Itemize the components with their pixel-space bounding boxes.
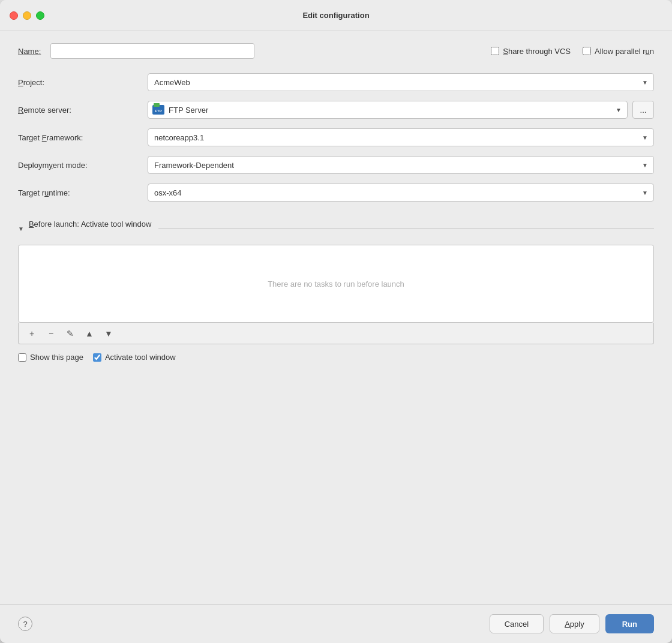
tasks-empty-label: There are no tasks to run before launch	[268, 280, 404, 289]
edit-task-button[interactable]: ✎	[62, 326, 79, 341]
activate-window-checkbox[interactable]	[93, 353, 101, 362]
project-select[interactable]: AcmeWeb	[148, 73, 654, 91]
remote-server-ellipsis-button[interactable]: ...	[632, 101, 654, 119]
target-framework-select-wrapper: netcoreapp3.1 ▼	[148, 128, 654, 146]
ellipsis-label: ...	[640, 106, 647, 115]
target-runtime-label: Target runtime:	[18, 188, 138, 197]
allow-parallel-item: Allow parallel run	[583, 47, 654, 56]
window-controls	[10, 11, 44, 20]
project-label: Project:	[18, 78, 138, 87]
footer-buttons: Cancel Apply Run	[490, 614, 654, 633]
project-row: Project: AcmeWeb ▼	[18, 73, 654, 91]
titlebar: Edit configuration	[0, 0, 672, 31]
show-page-item: Show this page	[18, 353, 83, 362]
tasks-toolbar: + − ✎ ▲ ▼	[18, 323, 654, 344]
deployment-mode-select-wrapper: Framework-Dependent ▼	[148, 156, 654, 174]
remote-server-select[interactable]: FTP Server	[148, 101, 628, 119]
close-button[interactable]	[10, 11, 18, 20]
remote-server-row: Remote server: FTP FTP Server ▼	[18, 101, 654, 119]
deployment-mode-select[interactable]: Framework-Dependent	[148, 156, 654, 174]
add-icon: +	[29, 329, 34, 338]
name-label: Name:	[18, 47, 41, 56]
dialog-footer: ? Cancel Apply Run	[0, 604, 672, 643]
minimize-button[interactable]	[23, 11, 31, 20]
allow-parallel-label: Allow parallel run	[595, 47, 654, 56]
dialog-content: Name: Publish to custom server Share thr…	[0, 31, 672, 604]
remote-server-wrapper: FTP FTP Server ▼ ...	[148, 101, 654, 119]
edit-configuration-dialog: Edit configuration Name: Publish to cust…	[0, 0, 672, 643]
target-runtime-select[interactable]: osx-x64	[148, 184, 654, 202]
apply-underline: A	[565, 620, 570, 629]
help-icon: ?	[23, 620, 27, 629]
project-select-wrapper: AcmeWeb ▼	[148, 73, 654, 91]
target-framework-label: Target Framework:	[18, 133, 138, 142]
before-launch-separator	[158, 229, 654, 229]
activate-window-label: Activate tool window	[105, 353, 176, 362]
launch-options: Show this page Activate tool window	[18, 353, 654, 362]
maximize-button[interactable]	[36, 11, 44, 20]
ftp-icon-wrap: FTP	[152, 105, 164, 115]
remote-server-label: Remote server:	[18, 106, 138, 115]
name-row: Name: Publish to custom server Share thr…	[18, 43, 654, 59]
before-launch-chevron[interactable]: ▼	[18, 226, 24, 232]
run-button[interactable]: Run	[605, 614, 654, 633]
move-up-button[interactable]: ▲	[81, 326, 98, 341]
show-page-checkbox[interactable]	[18, 353, 26, 362]
name-input[interactable]: Publish to custom server	[50, 43, 254, 59]
deployment-mode-label: Deploymyent mode:	[18, 161, 138, 170]
apply-button[interactable]: Apply	[550, 614, 599, 633]
before-launch-header: ▼ Before launch: Activate tool window	[18, 220, 654, 238]
cancel-button[interactable]: Cancel	[490, 614, 544, 633]
before-launch-title: Before launch: Activate tool window	[29, 220, 154, 238]
share-vcs-label: Share through VCS	[503, 47, 571, 56]
target-runtime-row: Target runtime: osx-x64 ▼	[18, 184, 654, 202]
remove-icon: −	[49, 329, 53, 338]
form-section: Project: AcmeWeb ▼ Remote server:	[18, 73, 654, 202]
allow-parallel-checkbox[interactable]	[583, 47, 591, 55]
show-page-label: Show this page	[30, 353, 83, 362]
remove-task-button[interactable]: −	[43, 326, 59, 341]
tasks-area: There are no tasks to run before launch	[18, 245, 654, 323]
add-task-button[interactable]: +	[23, 326, 40, 341]
target-framework-row: Target Framework: netcoreapp3.1 ▼	[18, 128, 654, 146]
target-runtime-select-wrapper: osx-x64 ▼	[148, 184, 654, 202]
dialog-title: Edit configuration	[302, 11, 369, 20]
share-vcs-item: Share through VCS	[491, 47, 571, 56]
activate-window-item: Activate tool window	[93, 353, 176, 362]
edit-icon: ✎	[67, 329, 74, 338]
remote-select-inner: FTP FTP Server ▼	[148, 101, 628, 119]
target-framework-select[interactable]: netcoreapp3.1	[148, 128, 654, 146]
before-launch-section: ▼ Before launch: Activate tool window Th…	[18, 220, 654, 371]
deployment-mode-row: Deploymyent mode: Framework-Dependent ▼	[18, 156, 654, 174]
header-checkboxes: Share through VCS Allow parallel run	[491, 47, 654, 56]
help-button[interactable]: ?	[18, 617, 32, 631]
ftp-icon: FTP	[152, 105, 164, 115]
down-icon: ▼	[104, 329, 113, 338]
move-down-button[interactable]: ▼	[100, 326, 117, 341]
share-vcs-checkbox[interactable]	[491, 47, 499, 55]
up-icon: ▲	[85, 329, 94, 338]
